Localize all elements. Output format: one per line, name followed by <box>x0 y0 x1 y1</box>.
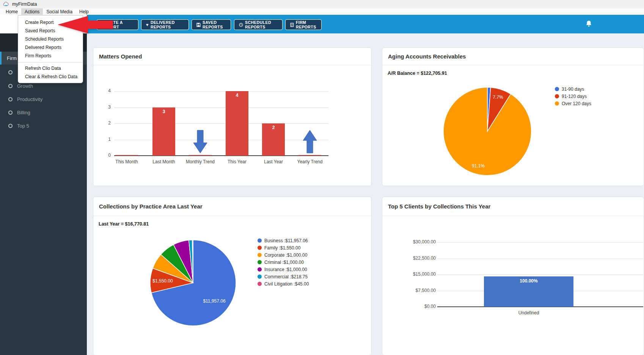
legend-item: Criminal :$1,000.00 <box>258 259 309 266</box>
matters-opened-title: Matters Opened <box>99 53 142 60</box>
gridline <box>114 107 328 108</box>
gridline <box>114 140 328 140</box>
sidebar-item-top5[interactable]: Top 5 <box>0 119 87 132</box>
matters-opened-chart: 43210This Month3Last MonthMonthly Trend4… <box>93 65 371 186</box>
aging-legend: 31-90 days91-120 daysOver 120 days <box>555 85 591 107</box>
legend-label: 31-90 days <box>562 87 584 92</box>
saved-reports-button[interactable]: SAVED REPORTS <box>192 19 231 30</box>
gridline <box>114 91 328 92</box>
gridline <box>437 275 643 275</box>
notifications-bell-icon[interactable] <box>586 20 592 27</box>
legend-label: Over 120 days <box>562 101 591 106</box>
bar-this-year: 4 <box>226 91 248 156</box>
legend-item: Insurance :$1,000.00 <box>258 266 309 273</box>
bar-value-label: 100.00% <box>484 278 573 284</box>
bar-zero-sliver <box>189 155 212 156</box>
x-axis-label: Yearly Trend <box>292 159 328 164</box>
pie-slice-label: $11,957.06 <box>195 298 233 304</box>
gridline <box>437 259 643 259</box>
card-collections-practice-area: Collections by Practice Area Last Year L… <box>93 197 372 355</box>
y-axis-tick: 0 <box>99 153 111 158</box>
x-axis-label: This Year <box>219 159 255 164</box>
sidebar-item-billing[interactable]: Billing <box>0 106 87 119</box>
x-axis-label: Last Year <box>255 159 292 164</box>
collections-legend: Business :$11,957.06Family :$1,550.00Cor… <box>258 237 309 287</box>
legend-label: Business :$11,957.06 <box>264 238 308 243</box>
legend-color-dot <box>555 94 559 98</box>
bar-value-label: 4 <box>226 93 248 98</box>
menu-home[interactable]: Home <box>2 8 21 15</box>
down-trend-arrow-icon <box>193 129 207 154</box>
bar-undefined-client: 100.00% <box>484 276 573 307</box>
save-icon <box>196 23 201 27</box>
legend-color-dot <box>258 253 262 257</box>
legend-label: 91-120 days <box>562 94 587 99</box>
firm-reports-button[interactable]: FIRM REPORTS <box>285 19 322 30</box>
y-axis-tick: 3 <box>99 104 111 110</box>
menu-help[interactable]: Help <box>76 8 92 15</box>
legend-item: Civil Litigation :$45.00 <box>258 280 309 287</box>
red-arrow-annotation <box>57 15 114 35</box>
scheduled-reports-button[interactable]: SCHEDULED REPORTS <box>234 19 283 30</box>
pie-slice-label: 91.1% <box>469 163 488 169</box>
clock-icon <box>239 23 243 27</box>
legend-item: Commercial :$218.75 <box>258 273 309 280</box>
x-axis-label: Monthly Trend <box>182 159 218 164</box>
card-aging-receivables: Aging Accounts Receivables A/R Balance =… <box>382 47 644 186</box>
circle-bullet-icon <box>8 124 13 128</box>
legend-item: Corporate :$1,000.00 <box>258 251 309 259</box>
pie-slice-over-120-days <box>443 87 531 175</box>
x-axis-line <box>114 155 328 156</box>
y-axis-tick: 4 <box>99 88 111 93</box>
y-axis-tick: 1 <box>99 137 111 142</box>
top5-clients-chart: $0.00$7,500.00$15,000.00$22,500.00$30,00… <box>382 197 644 355</box>
gridline <box>437 242 643 243</box>
y-axis-tick: $7,500.00 <box>394 288 436 293</box>
legend-color-dot <box>555 87 559 91</box>
y-axis-tick: 2 <box>99 120 111 126</box>
legend-label: Criminal :$1,000.00 <box>264 260 304 265</box>
card-matters-opened: Matters Opened 43210This Month3Last Mont… <box>93 47 372 186</box>
legend-color-dot <box>258 267 262 271</box>
menu-item-refresh-clio-data[interactable]: Refresh Clio Data <box>18 64 83 73</box>
x-axis-label: This Month <box>108 159 145 164</box>
delivered-reports-button[interactable]: ♥ DELIVERED REPORTS <box>141 19 189 30</box>
legend-color-dot <box>258 282 262 286</box>
bar-zero-sliver <box>298 155 321 156</box>
menu-social-media[interactable]: Social Media <box>43 8 76 15</box>
heart-icon: ♥ <box>146 23 149 27</box>
legend-item: Over 120 days <box>555 100 591 107</box>
legend-item: 31-90 days <box>555 85 591 93</box>
report-toolbar: CREATE A REPORT ♥ DELIVERED REPORTS SAVE… <box>87 15 644 33</box>
collections-pie <box>93 197 372 355</box>
legend-item: Business :$11,957.06 <box>258 237 309 244</box>
gridline <box>114 123 328 124</box>
bar-last-month: 3 <box>152 107 175 156</box>
cloud-app-icon <box>3 2 9 7</box>
legend-item: 91-120 days <box>555 93 591 100</box>
circle-bullet-icon <box>8 70 13 74</box>
y-axis-tick: $22,500.00 <box>394 256 436 261</box>
legend-color-dot <box>555 101 559 106</box>
legend-label: Commercial :$218.75 <box>264 274 308 279</box>
sidebar-item-productivity[interactable]: Productivity <box>0 93 87 106</box>
bar-value-label: 2 <box>262 125 285 130</box>
up-trend-arrow-icon <box>303 129 317 154</box>
legend-label: Insurance :$1,000.00 <box>264 267 307 272</box>
menu-item-clear-refresh-clio-data[interactable]: Clear & Refresh Clio Data <box>18 73 83 81</box>
pie-slice-label: 7.7% <box>490 95 506 100</box>
menu-item-delivered-reports[interactable]: Delivered Reports <box>18 43 83 52</box>
menu-bar: Home Actions Social Media Help <box>0 8 644 15</box>
legend-color-dot <box>258 238 262 243</box>
app-window: myFirmData Home Actions Social Media Hel… <box>0 0 644 355</box>
x-axis-label: Undefined <box>506 310 551 316</box>
legend-label: Civil Litigation :$45.00 <box>264 281 309 287</box>
menu-item-firm-reports[interactable]: Firm Reports <box>18 52 83 60</box>
circle-bullet-icon <box>8 97 13 101</box>
legend-color-dot <box>258 275 262 279</box>
bar-zero-sliver <box>115 155 138 156</box>
y-axis-tick: $0.00 <box>394 304 436 309</box>
aging-receivables-pie <box>382 48 644 186</box>
menu-actions[interactable]: Actions <box>21 8 43 15</box>
menu-item-scheduled-reports[interactable]: Scheduled Reports <box>18 35 83 43</box>
